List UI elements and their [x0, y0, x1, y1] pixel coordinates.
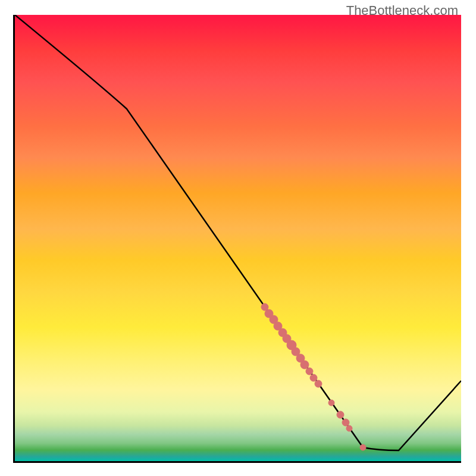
- svg-point-13: [328, 400, 334, 406]
- bottleneck-curve-line: [15, 15, 461, 450]
- svg-point-15: [342, 419, 349, 426]
- svg-point-11: [310, 374, 317, 381]
- chart-svg: [15, 15, 461, 461]
- plot-area: [15, 15, 461, 461]
- svg-point-12: [315, 380, 322, 387]
- svg-point-9: [300, 361, 309, 369]
- svg-point-10: [306, 368, 313, 375]
- svg-point-17: [360, 444, 366, 450]
- watermark-text: TheBottleneck.com: [346, 3, 458, 18]
- chart-container: TheBottleneck.com: [0, 0, 476, 476]
- svg-point-16: [346, 425, 352, 431]
- data-points-cluster: [261, 303, 366, 450]
- svg-point-14: [337, 411, 344, 418]
- x-axis: [15, 461, 461, 463]
